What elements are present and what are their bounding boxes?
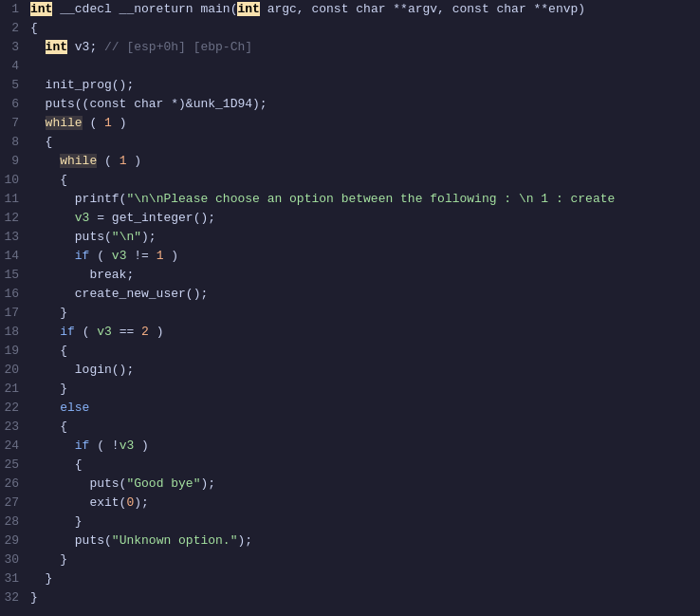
token xyxy=(30,401,60,415)
token: ) xyxy=(163,249,178,263)
line-content: if ( v3 != 1 ) xyxy=(27,247,700,266)
line-content: printf("\n\nPlease choose an option betw… xyxy=(27,190,700,209)
line-content: } xyxy=(27,588,700,607)
code-line: 2{ xyxy=(0,19,700,38)
code-line: 14 if ( v3 != 1 ) xyxy=(0,247,700,266)
token: v3 xyxy=(120,439,135,453)
token: } xyxy=(30,571,52,586)
token: while xyxy=(60,154,97,168)
token: argc, const char **argv, const char **en… xyxy=(260,2,585,16)
token xyxy=(30,325,60,339)
code-line: 19 { xyxy=(0,342,700,361)
token: printf( xyxy=(30,192,126,206)
code-line: 16 create_new_user(); xyxy=(0,285,700,304)
token: ) xyxy=(112,116,127,130)
line-content: } xyxy=(27,380,700,399)
code-line: 1int __cdecl __noreturn main(int argc, c… xyxy=(0,0,700,19)
code-line: 3 int v3; // [esp+0h] [ebp-Ch] xyxy=(0,38,700,57)
line-content: { xyxy=(27,19,700,38)
token xyxy=(30,211,75,225)
token: 2 xyxy=(141,325,149,339)
line-number: 1 xyxy=(0,0,27,19)
token: ) xyxy=(149,325,164,339)
line-content: } xyxy=(27,551,700,569)
token: puts( xyxy=(30,476,126,491)
code-line: 22 else xyxy=(0,399,700,418)
code-line: 12 v3 = get_integer(); xyxy=(0,209,700,228)
token: login(); xyxy=(30,363,134,377)
line-content xyxy=(27,57,700,76)
line-number: 10 xyxy=(0,171,27,190)
token: v3; xyxy=(67,40,104,54)
token: if xyxy=(60,325,75,339)
token: __cdecl __noreturn main( xyxy=(52,2,237,16)
code-line: 25 { xyxy=(0,456,700,475)
line-number: 15 xyxy=(0,266,27,285)
line-content: exit(0); xyxy=(27,494,700,513)
code-line: 6 puts((const char *)&unk_1D94); xyxy=(0,95,700,114)
token: "Unknown option." xyxy=(112,533,238,548)
token: } xyxy=(30,552,67,567)
token: puts( xyxy=(30,230,112,244)
token: ( ! xyxy=(89,439,119,453)
token xyxy=(30,249,75,263)
code-line: 20 login(); xyxy=(0,361,700,380)
token: { xyxy=(30,173,67,187)
token: else xyxy=(60,401,89,415)
token: } xyxy=(30,306,67,320)
token: ); xyxy=(141,230,157,244)
token: { xyxy=(30,420,67,434)
line-content: if ( !v3 ) xyxy=(27,437,700,456)
line-number: 30 xyxy=(0,551,27,569)
code-line: 27 exit(0); xyxy=(0,494,700,513)
code-line: 11 printf("\n\nPlease choose an option b… xyxy=(0,190,700,209)
code-line: 24 if ( !v3 ) xyxy=(0,437,700,456)
token: if xyxy=(75,439,90,453)
token: while xyxy=(46,116,83,130)
token: { xyxy=(30,135,52,149)
line-number: 31 xyxy=(0,569,27,588)
token: ( xyxy=(75,325,97,339)
token: puts((const char *)&unk_1D94); xyxy=(30,97,267,111)
code-line: 5 init_prog(); xyxy=(0,76,700,95)
token: ( xyxy=(97,154,119,168)
line-content: break; xyxy=(27,266,700,285)
token xyxy=(30,116,46,130)
token: == xyxy=(112,325,141,339)
line-number: 25 xyxy=(0,456,27,475)
code-line: 26 puts("Good bye"); xyxy=(0,475,700,494)
code-line: 4 xyxy=(0,57,700,76)
token: "Good bye" xyxy=(126,476,200,491)
line-content: } xyxy=(27,513,700,532)
line-content: { xyxy=(27,171,700,190)
line-content: login(); xyxy=(27,361,700,380)
line-content: while ( 1 ) xyxy=(27,114,700,133)
line-content: int __cdecl __noreturn main(int argc, co… xyxy=(27,0,700,19)
line-content: { xyxy=(27,342,700,361)
code-container: 1int __cdecl __noreturn main(int argc, c… xyxy=(0,0,700,616)
line-content: } xyxy=(27,569,700,588)
token: v3 xyxy=(75,211,90,225)
token: v3 xyxy=(112,249,127,263)
line-number: 3 xyxy=(0,38,27,57)
line-content: { xyxy=(27,456,700,475)
token: if xyxy=(75,249,90,263)
line-number: 21 xyxy=(0,380,27,399)
line-content: v3 = get_integer(); xyxy=(27,209,700,228)
code-line: 18 if ( v3 == 2 ) xyxy=(0,323,700,342)
token: { xyxy=(30,344,67,358)
line-number: 12 xyxy=(0,209,27,228)
line-number: 22 xyxy=(0,399,27,418)
token: create_new_user(); xyxy=(30,287,208,301)
token: int xyxy=(46,40,67,54)
token: int xyxy=(237,2,259,16)
line-content: while ( 1 ) xyxy=(27,152,700,171)
token: ) xyxy=(126,154,141,168)
line-number: 23 xyxy=(0,418,27,437)
token: ); xyxy=(134,495,149,510)
token: { xyxy=(30,457,83,472)
line-number: 14 xyxy=(0,247,27,266)
code-line: 21 } xyxy=(0,380,700,399)
line-number: 11 xyxy=(0,190,27,209)
line-content: int v3; // [esp+0h] [ebp-Ch] xyxy=(27,38,700,57)
